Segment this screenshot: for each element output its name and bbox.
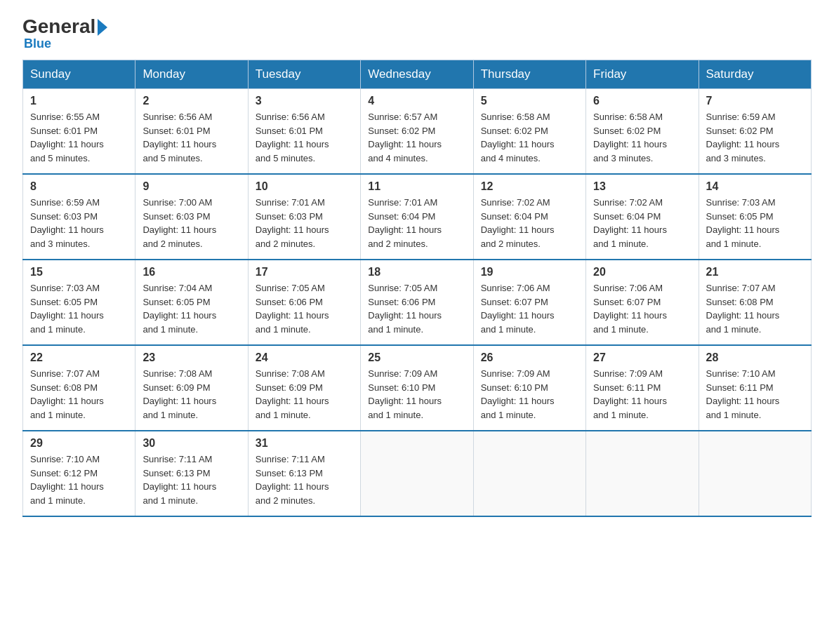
calendar-cell: 26Sunrise: 7:09 AM Sunset: 6:10 PM Dayli… xyxy=(473,345,585,431)
calendar-cell xyxy=(586,431,699,516)
calendar-body: 1Sunrise: 6:55 AM Sunset: 6:01 PM Daylig… xyxy=(23,89,812,517)
day-number: 6 xyxy=(593,95,691,107)
calendar-cell: 29Sunrise: 7:10 AM Sunset: 6:12 PM Dayli… xyxy=(23,431,135,516)
day-number: 15 xyxy=(30,266,128,279)
day-number: 27 xyxy=(593,351,691,364)
calendar-cell: 8Sunrise: 6:59 AM Sunset: 6:03 PM Daylig… xyxy=(23,174,135,260)
calendar-cell: 4Sunrise: 6:57 AM Sunset: 6:02 PM Daylig… xyxy=(361,89,473,175)
calendar-cell: 30Sunrise: 7:11 AM Sunset: 6:13 PM Dayli… xyxy=(135,431,248,516)
day-number: 28 xyxy=(706,351,804,364)
day-number: 23 xyxy=(143,351,240,364)
calendar-cell: 12Sunrise: 7:02 AM Sunset: 6:04 PM Dayli… xyxy=(473,174,585,260)
day-number: 12 xyxy=(481,180,578,193)
calendar-cell: 13Sunrise: 7:02 AM Sunset: 6:04 PM Dayli… xyxy=(586,174,699,260)
day-info: Sunrise: 7:06 AM Sunset: 6:07 PM Dayligh… xyxy=(593,281,691,336)
day-info: Sunrise: 6:56 AM Sunset: 6:01 PM Dayligh… xyxy=(256,110,353,165)
day-number: 16 xyxy=(143,266,240,279)
day-info: Sunrise: 6:55 AM Sunset: 6:01 PM Dayligh… xyxy=(30,110,128,165)
day-info: Sunrise: 7:01 AM Sunset: 6:03 PM Dayligh… xyxy=(256,196,353,250)
calendar-cell xyxy=(361,431,473,516)
calendar-cell: 9Sunrise: 7:00 AM Sunset: 6:03 PM Daylig… xyxy=(135,174,248,260)
day-info: Sunrise: 6:58 AM Sunset: 6:02 PM Dayligh… xyxy=(593,110,691,165)
day-info: Sunrise: 7:02 AM Sunset: 6:04 PM Dayligh… xyxy=(481,196,578,250)
day-of-week-header: Sunday xyxy=(23,60,135,89)
day-number: 2 xyxy=(143,95,240,107)
calendar-cell xyxy=(699,431,811,516)
day-number: 29 xyxy=(30,437,128,450)
day-info: Sunrise: 6:59 AM Sunset: 6:02 PM Dayligh… xyxy=(706,110,804,165)
day-number: 22 xyxy=(30,351,128,364)
day-of-week-header: Wednesday xyxy=(361,60,473,89)
page-header: General Blue xyxy=(22,17,812,51)
calendar-cell: 23Sunrise: 7:08 AM Sunset: 6:09 PM Dayli… xyxy=(135,345,248,431)
calendar-cell: 31Sunrise: 7:11 AM Sunset: 6:13 PM Dayli… xyxy=(248,431,360,516)
day-number: 20 xyxy=(593,266,691,279)
day-info: Sunrise: 7:04 AM Sunset: 6:05 PM Dayligh… xyxy=(143,281,240,336)
calendar-week-row: 22Sunrise: 7:07 AM Sunset: 6:08 PM Dayli… xyxy=(23,345,812,431)
day-number: 17 xyxy=(256,266,353,279)
day-info: Sunrise: 7:09 AM Sunset: 6:10 PM Dayligh… xyxy=(368,367,465,422)
day-info: Sunrise: 7:05 AM Sunset: 6:06 PM Dayligh… xyxy=(256,281,353,336)
day-info: Sunrise: 7:08 AM Sunset: 6:09 PM Dayligh… xyxy=(256,367,353,422)
calendar-cell: 22Sunrise: 7:07 AM Sunset: 6:08 PM Dayli… xyxy=(23,345,135,431)
logo-blue: Blue xyxy=(24,36,51,51)
day-number: 26 xyxy=(481,351,578,364)
calendar-cell: 6Sunrise: 6:58 AM Sunset: 6:02 PM Daylig… xyxy=(586,89,699,175)
calendar-cell: 7Sunrise: 6:59 AM Sunset: 6:02 PM Daylig… xyxy=(699,89,811,175)
day-number: 5 xyxy=(481,95,578,107)
logo: General Blue xyxy=(22,17,107,51)
calendar-cell: 15Sunrise: 7:03 AM Sunset: 6:05 PM Dayli… xyxy=(23,260,135,345)
day-number: 8 xyxy=(30,180,128,193)
day-number: 24 xyxy=(256,351,353,364)
calendar-cell: 1Sunrise: 6:55 AM Sunset: 6:01 PM Daylig… xyxy=(23,89,135,175)
day-number: 18 xyxy=(368,266,465,279)
day-info: Sunrise: 7:07 AM Sunset: 6:08 PM Dayligh… xyxy=(30,367,128,422)
day-number: 31 xyxy=(256,437,353,450)
day-of-week-header: Thursday xyxy=(473,60,585,89)
day-number: 19 xyxy=(481,266,578,279)
day-info: Sunrise: 7:00 AM Sunset: 6:03 PM Dayligh… xyxy=(143,196,240,250)
day-number: 30 xyxy=(143,437,240,450)
calendar-cell: 17Sunrise: 7:05 AM Sunset: 6:06 PM Dayli… xyxy=(248,260,360,345)
calendar-cell: 28Sunrise: 7:10 AM Sunset: 6:11 PM Dayli… xyxy=(699,345,811,431)
calendar-week-row: 1Sunrise: 6:55 AM Sunset: 6:01 PM Daylig… xyxy=(23,89,812,175)
calendar-cell: 18Sunrise: 7:05 AM Sunset: 6:06 PM Dayli… xyxy=(361,260,473,345)
day-info: Sunrise: 7:01 AM Sunset: 6:04 PM Dayligh… xyxy=(368,196,465,250)
day-of-week-header: Monday xyxy=(135,60,248,89)
calendar-cell: 24Sunrise: 7:08 AM Sunset: 6:09 PM Dayli… xyxy=(248,345,360,431)
day-number: 10 xyxy=(256,180,353,193)
calendar-cell: 11Sunrise: 7:01 AM Sunset: 6:04 PM Dayli… xyxy=(361,174,473,260)
day-number: 7 xyxy=(706,95,804,107)
day-info: Sunrise: 7:07 AM Sunset: 6:08 PM Dayligh… xyxy=(706,281,804,336)
day-info: Sunrise: 6:59 AM Sunset: 6:03 PM Dayligh… xyxy=(30,196,128,250)
day-of-week-header: Tuesday xyxy=(248,60,360,89)
calendar-cell xyxy=(473,431,585,516)
calendar-header-row: SundayMondayTuesdayWednesdayThursdayFrid… xyxy=(23,60,812,89)
day-info: Sunrise: 6:57 AM Sunset: 6:02 PM Dayligh… xyxy=(368,110,465,165)
calendar-cell: 3Sunrise: 6:56 AM Sunset: 6:01 PM Daylig… xyxy=(248,89,360,175)
calendar-cell: 10Sunrise: 7:01 AM Sunset: 6:03 PM Dayli… xyxy=(248,174,360,260)
calendar-table: SundayMondayTuesdayWednesdayThursdayFrid… xyxy=(22,60,812,517)
calendar-cell: 21Sunrise: 7:07 AM Sunset: 6:08 PM Dayli… xyxy=(699,260,811,345)
day-info: Sunrise: 7:06 AM Sunset: 6:07 PM Dayligh… xyxy=(481,281,578,336)
day-number: 3 xyxy=(256,95,353,107)
calendar-cell: 20Sunrise: 7:06 AM Sunset: 6:07 PM Dayli… xyxy=(586,260,699,345)
day-info: Sunrise: 7:03 AM Sunset: 6:05 PM Dayligh… xyxy=(706,196,804,250)
day-number: 14 xyxy=(706,180,804,193)
day-of-week-header: Saturday xyxy=(699,60,811,89)
day-info: Sunrise: 7:08 AM Sunset: 6:09 PM Dayligh… xyxy=(143,367,240,422)
day-number: 11 xyxy=(368,180,465,193)
day-number: 4 xyxy=(368,95,465,107)
calendar-cell: 2Sunrise: 6:56 AM Sunset: 6:01 PM Daylig… xyxy=(135,89,248,175)
logo-general: General xyxy=(22,17,95,36)
day-number: 25 xyxy=(368,351,465,364)
day-info: Sunrise: 6:56 AM Sunset: 6:01 PM Dayligh… xyxy=(143,110,240,165)
day-of-week-header: Friday xyxy=(586,60,699,89)
day-info: Sunrise: 7:03 AM Sunset: 6:05 PM Dayligh… xyxy=(30,281,128,336)
calendar-cell: 19Sunrise: 7:06 AM Sunset: 6:07 PM Dayli… xyxy=(473,260,585,345)
calendar-cell: 5Sunrise: 6:58 AM Sunset: 6:02 PM Daylig… xyxy=(473,89,585,175)
calendar-week-row: 8Sunrise: 6:59 AM Sunset: 6:03 PM Daylig… xyxy=(23,174,812,260)
day-info: Sunrise: 7:02 AM Sunset: 6:04 PM Dayligh… xyxy=(593,196,691,250)
day-info: Sunrise: 7:10 AM Sunset: 6:11 PM Dayligh… xyxy=(706,367,804,422)
day-info: Sunrise: 7:09 AM Sunset: 6:10 PM Dayligh… xyxy=(481,367,578,422)
